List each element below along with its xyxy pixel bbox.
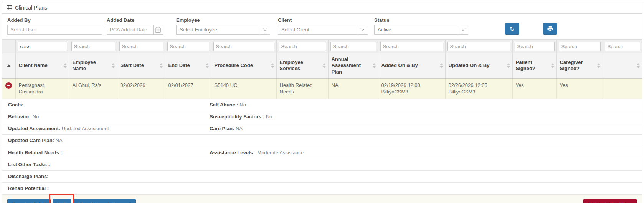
detail-row-updated-care-plan: Updated Care Plan: NA — [2, 135, 642, 147]
detail-row-health-related-needs: Health Related Needs : Assistance Levels… — [2, 147, 642, 159]
cell-client-name: Pentaghast, Cassandra — [15, 78, 69, 99]
download-pdf-button[interactable]: Download PDF — [7, 199, 51, 203]
sort-ascending-icon — [7, 64, 11, 67]
added-by-label: Added By — [7, 17, 102, 23]
employee-label: Employee — [176, 17, 270, 23]
cell-caregiver-signed: Yes — [556, 78, 603, 99]
employee-select[interactable]: Select Employee — [176, 25, 270, 35]
detail-row-list-other-tasks: List Other Tasks : — [2, 159, 642, 171]
status-select[interactable]: Active — [374, 25, 468, 35]
row-details: Goals: Self Abuse : No Behavior: No Susc… — [2, 99, 642, 195]
detail-row-updated-assessment: Updated Assessment: Updated Assessment C… — [2, 123, 642, 135]
search-patient-signed[interactable] — [515, 42, 555, 51]
printer-icon — [547, 26, 553, 32]
detail-row-behavior: Behavior: No Susceptibility Factors : No — [2, 111, 642, 123]
table-grid-icon — [7, 5, 12, 10]
search-client-name[interactable] — [18, 42, 67, 51]
header-expand-column[interactable] — [2, 53, 15, 79]
header-annual-assessment-plan[interactable]: Annual Assessment Plan — [328, 53, 378, 79]
detail-row-goals: Goals: Self Abuse : No — [2, 99, 642, 111]
added-date-label: Added Date — [107, 17, 163, 23]
search-employee-services[interactable] — [279, 42, 326, 51]
header-client-name[interactable]: Client Name — [15, 53, 69, 79]
client-label: Client — [278, 17, 368, 23]
header-added-on-by[interactable]: Added On & By — [378, 53, 445, 79]
cell-employee-name: Al Ghul, Ra's — [69, 78, 117, 99]
sort-icon — [271, 63, 274, 68]
calendar-icon[interactable] — [153, 25, 163, 35]
chevron-down-icon — [358, 25, 368, 34]
search-annual-assessment-plan[interactable] — [330, 42, 376, 51]
table-header-row: Client Name Employee Name Start Date End… — [2, 53, 642, 79]
row-actions: Download PDF Edit View Acknowledgement D… — [2, 195, 642, 203]
refresh-icon: ↻ — [510, 26, 515, 33]
chevron-down-icon — [458, 25, 468, 34]
sort-icon — [112, 63, 115, 68]
print-button[interactable] — [543, 23, 557, 35]
search-extra-column[interactable] — [605, 42, 640, 51]
row-collapse-cell — [2, 78, 15, 99]
header-updated-on-by[interactable]: Updated On & By — [445, 53, 512, 79]
edit-button[interactable]: Edit — [53, 199, 71, 203]
sort-icon — [551, 63, 554, 68]
detail-row-rehab-potential: Rehab Potential : — [2, 183, 642, 195]
search-end-date[interactable] — [167, 42, 209, 51]
header-employee-services[interactable]: Employee Services — [276, 53, 328, 79]
search-employee-name[interactable] — [71, 42, 115, 51]
view-acknowledgement-button[interactable]: View Acknowledgement — [73, 199, 136, 203]
client-select[interactable]: Select Client — [278, 25, 368, 35]
sort-icon — [64, 63, 67, 68]
cell-start-date: 02/02/2026 — [117, 78, 165, 99]
sort-icon — [373, 63, 376, 68]
added-date-input[interactable] — [107, 25, 153, 35]
chevron-down-icon — [260, 25, 270, 34]
search-start-date[interactable] — [119, 42, 163, 51]
cell-added-on-by: 02/19/2026 12:00 BilliyoCSM3 — [378, 78, 445, 99]
cell-updated-on-by: 02/26/2026 12:05 BilliyoCSM3 — [445, 78, 512, 99]
detail-row-discharge-plans: Discharge Plans: — [2, 171, 642, 183]
header-procedure-code[interactable]: Procedure Code — [211, 53, 276, 79]
header-patient-signed[interactable]: Patient Signed? — [512, 53, 556, 79]
sort-icon — [507, 63, 510, 68]
header-end-date[interactable]: End Date — [165, 53, 211, 79]
refresh-button[interactable]: ↻ — [505, 23, 519, 35]
header-extra-column[interactable] — [603, 53, 642, 79]
header-employee-name[interactable]: Employee Name — [69, 53, 117, 79]
delete-clinical-plan-button[interactable]: Delete Clinical Plan — [583, 199, 637, 203]
cell-patient-signed: Yes — [512, 78, 556, 99]
sort-icon — [597, 63, 600, 68]
search-updated-on-by[interactable] — [447, 42, 510, 51]
sort-icon — [440, 63, 443, 68]
cell-annual-assessment-plan: NA — [328, 78, 378, 99]
sort-icon — [323, 63, 326, 68]
cell-procedure-code: S5140 UC — [211, 78, 276, 99]
cell-end-date: 02/01/2027 — [165, 78, 211, 99]
cell-extra — [603, 78, 642, 99]
panel-header: Clinical Plans — [2, 2, 642, 14]
search-caregiver-signed[interactable] — [559, 42, 601, 51]
expand-column-search-cell — [2, 40, 15, 53]
collapse-row-icon[interactable] — [5, 82, 12, 89]
status-label: Status — [374, 17, 468, 23]
header-caregiver-signed[interactable]: Caregiver Signed? — [556, 53, 603, 79]
clinical-plans-panel: Clinical Plans Added By Added Date — [2, 2, 642, 203]
sort-icon — [206, 63, 209, 68]
column-search-row — [2, 40, 642, 53]
sort-icon — [160, 63, 163, 68]
filter-bar: Added By Added Date — [2, 14, 642, 39]
added-by-input[interactable] — [7, 25, 102, 35]
header-start-date[interactable]: Start Date — [117, 53, 165, 79]
table-row: Pentaghast, Cassandra Al Ghul, Ra's 02/0… — [2, 78, 642, 99]
search-added-on-by[interactable] — [380, 42, 443, 51]
search-procedure-code[interactable] — [213, 42, 274, 51]
cell-employee-services: Health Related Needs — [276, 78, 328, 99]
sort-icon — [637, 63, 640, 68]
clinical-plans-table: Client Name Employee Name Start Date End… — [2, 39, 642, 99]
panel-title: Clinical Plans — [15, 5, 47, 11]
